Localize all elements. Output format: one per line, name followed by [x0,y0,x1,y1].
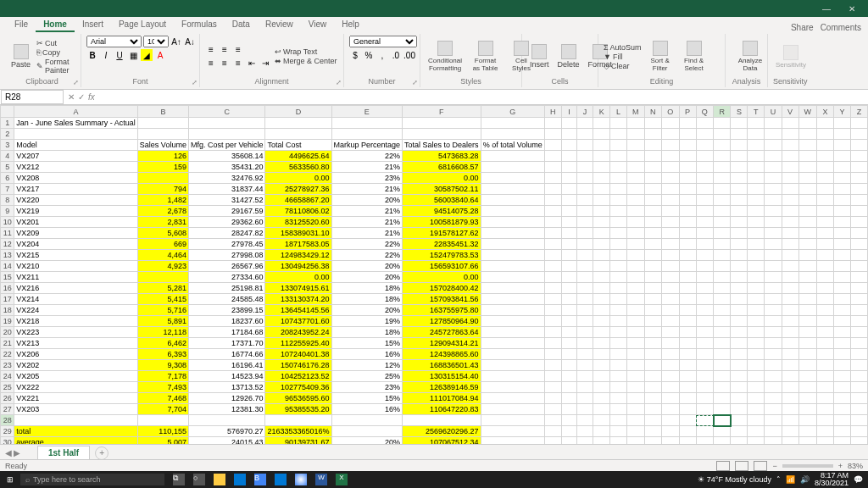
cell-L6[interactable] [610,173,626,184]
cell-S24[interactable] [731,371,748,382]
cell-J5[interactable] [577,162,593,173]
cell-T12[interactable] [748,239,765,250]
cell-R24[interactable] [714,371,731,382]
cell-E19[interactable]: 19% [331,316,403,327]
cell-J10[interactable] [577,217,593,228]
cell-F9[interactable]: 94514075.28 [403,206,481,217]
cell-P11[interactable] [679,228,696,239]
cell-M12[interactable] [626,239,644,250]
cell-Q14[interactable] [696,261,714,272]
cell-K4[interactable] [593,151,610,162]
cell-T14[interactable] [748,261,765,272]
cell-D7[interactable]: 25278927.36 [265,184,331,195]
cell-Q19[interactable] [696,316,714,327]
conditional-formatting-button[interactable]: Conditional Formatting [426,40,465,73]
clipboard-expand-icon[interactable]: ⤢ [73,79,79,86]
cell-Q15[interactable] [696,272,714,283]
cell-V7[interactable] [782,184,798,195]
cell-J8[interactable] [577,195,593,206]
cell-U22[interactable] [765,349,782,360]
cell-E11[interactable]: 21% [331,228,403,239]
cell-X2[interactable] [817,129,834,140]
cell-G17[interactable] [481,294,544,305]
cell-N15[interactable] [644,272,661,283]
cell-C21[interactable]: 17371.70 [188,338,265,349]
cell-K21[interactable] [593,338,610,349]
row-header-6[interactable]: 6 [1,173,14,184]
col-header-D[interactable]: D [265,106,331,118]
row-header-25[interactable]: 25 [1,382,14,393]
cell-Q18[interactable] [696,305,714,316]
menu-file[interactable]: File [7,18,36,32]
cell-T15[interactable] [748,272,765,283]
cell-O1[interactable] [661,118,679,129]
cell-H30[interactable] [544,437,561,445]
cell-X25[interactable] [817,382,834,393]
cell-U28[interactable] [765,415,782,426]
cell-W2[interactable] [798,129,816,140]
cell-S14[interactable] [731,261,748,272]
cell-L7[interactable] [610,184,626,195]
cell-A14[interactable]: VX210 [14,261,138,272]
cell-P25[interactable] [679,382,696,393]
cell-O20[interactable] [661,327,679,338]
cell-M8[interactable] [626,195,644,206]
cell-A1[interactable]: Jan - June Sales Summary - Actual [14,118,138,129]
cell-M29[interactable] [626,426,644,437]
cell-D13[interactable]: 124983429.12 [265,250,331,261]
cell-H24[interactable] [544,371,561,382]
bold-button[interactable]: B [86,49,98,61]
cell-N10[interactable] [644,217,661,228]
cell-H3[interactable] [544,140,561,151]
app-icon-1[interactable]: B [254,474,266,485]
taskbar-search[interactable]: ⌕ Type here to search [20,474,164,485]
cell-Z25[interactable] [851,382,868,393]
cell-I18[interactable] [561,305,576,316]
cell-K29[interactable] [593,426,610,437]
cell-D25[interactable]: 102775409.36 [265,382,331,393]
cell-C15[interactable]: 27334.60 [188,272,265,283]
cell-C9[interactable]: 29167.59 [188,206,265,217]
row-header-19[interactable]: 19 [1,316,14,327]
sheet-tab-1st-half[interactable]: 1st Half [37,446,90,460]
cell-B4[interactable]: 126 [137,151,188,162]
cell-N21[interactable] [644,338,661,349]
cell-Y7[interactable] [834,184,851,195]
cell-K20[interactable] [593,327,610,338]
cell-E29[interactable] [331,426,403,437]
cell-J4[interactable] [577,151,593,162]
cell-V26[interactable] [782,393,798,404]
cell-G2[interactable] [481,129,544,140]
cell-A13[interactable]: VX215 [14,250,138,261]
cell-B11[interactable]: 5,608 [137,228,188,239]
cell-Y27[interactable] [834,404,851,415]
cell-Q30[interactable] [696,437,714,445]
row-header-12[interactable]: 12 [1,239,14,250]
normal-view-button[interactable] [716,461,730,471]
cell-M18[interactable] [626,305,644,316]
cell-I28[interactable] [561,415,576,426]
cell-N22[interactable] [644,349,661,360]
cell-P21[interactable] [679,338,696,349]
paste-button[interactable]: Paste [8,43,33,69]
cell-S28[interactable] [731,415,748,426]
cell-K23[interactable] [593,360,610,371]
cell-A19[interactable]: VX218 [14,316,138,327]
cell-C3[interactable]: Mfg. Cost per Vehicle [188,140,265,151]
cell-J12[interactable] [577,239,593,250]
cell-L20[interactable] [610,327,626,338]
cell-T11[interactable] [748,228,765,239]
cell-L23[interactable] [610,360,626,371]
cell-C11[interactable]: 28247.82 [188,228,265,239]
cell-M23[interactable] [626,360,644,371]
cell-G8[interactable] [481,195,544,206]
tab-scroll-left-icon[interactable]: ◀ [5,448,12,458]
excel-icon[interactable]: X [336,474,348,485]
row-header-28[interactable]: 28 [1,415,14,426]
cell-I16[interactable] [561,283,576,294]
cell-S21[interactable] [731,338,748,349]
cell-C19[interactable]: 18237.60 [188,316,265,327]
cell-S5[interactable] [731,162,748,173]
cell-Y15[interactable] [834,272,851,283]
comments-button[interactable]: Comments [821,23,861,32]
